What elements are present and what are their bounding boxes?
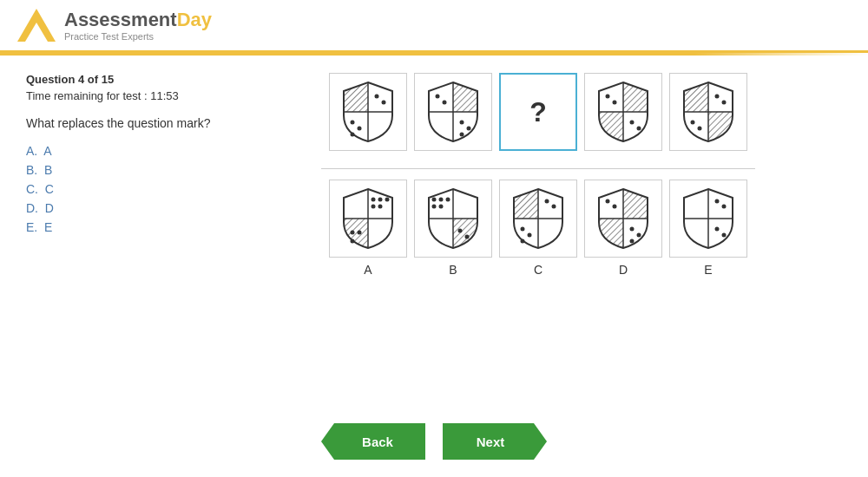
question-text: What replaces the question mark?	[26, 116, 217, 130]
svg-point-26	[637, 127, 641, 131]
answer-box-c[interactable]: C	[499, 180, 577, 277]
answer-row: A	[329, 180, 747, 277]
sequence-item-3-question: ?	[499, 73, 577, 151]
svg-point-82	[715, 227, 720, 232]
svg-point-46	[358, 231, 362, 235]
sequence-item-5	[669, 73, 747, 151]
answer-label-d: D	[619, 263, 628, 277]
svg-point-41	[378, 198, 383, 202]
svg-point-80	[715, 199, 720, 204]
header: AssessmentDay Practice Test Experts	[0, 0, 868, 53]
logo-title-colored: Day	[177, 9, 212, 30]
logo-icon	[17, 9, 56, 42]
option-b[interactable]: B. B	[26, 163, 217, 177]
svg-point-43	[372, 205, 376, 209]
svg-point-8	[382, 101, 386, 105]
svg-point-45	[351, 231, 355, 235]
back-button[interactable]: Back	[321, 423, 425, 460]
svg-point-47	[351, 239, 355, 244]
svg-point-21	[606, 95, 610, 99]
svg-point-83	[722, 233, 727, 238]
svg-point-6	[351, 133, 355, 137]
answer-label-b: B	[449, 263, 457, 277]
svg-point-17	[443, 101, 447, 105]
logo-subtitle: Practice Test Experts	[64, 31, 212, 42]
answer-options-list: A. A B. B C. C D. D E. E	[26, 144, 217, 234]
svg-point-25	[630, 121, 635, 125]
answer-label-c: C	[534, 263, 542, 277]
logo-text: AssessmentDay Practice Test Experts	[64, 9, 212, 42]
svg-point-7	[375, 95, 379, 99]
svg-point-33	[722, 101, 727, 105]
svg-point-4	[351, 121, 355, 125]
sequence-item-4	[584, 73, 662, 151]
svg-point-77	[630, 239, 635, 244]
bottom-bar: Back Next	[0, 423, 868, 460]
svg-point-32	[715, 95, 720, 99]
logo-title-plain: Assessment	[64, 9, 177, 30]
left-panel: Question 4 of 15 Time remaining for test…	[26, 73, 217, 277]
svg-point-42	[385, 198, 390, 202]
svg-point-40	[372, 198, 376, 202]
next-button[interactable]: Next	[443, 423, 547, 460]
svg-point-34	[691, 121, 695, 125]
answer-box-b[interactable]: B	[414, 180, 492, 277]
svg-point-14	[467, 127, 471, 131]
svg-point-56	[439, 205, 444, 209]
question-mark: ?	[529, 96, 547, 128]
answer-box-e[interactable]: E	[669, 180, 747, 277]
right-panel: ?	[234, 73, 842, 277]
sequence-item-2	[414, 73, 492, 151]
svg-point-57	[458, 229, 463, 233]
svg-point-53	[439, 198, 444, 202]
svg-point-74	[613, 205, 617, 209]
svg-point-16	[436, 95, 440, 99]
svg-point-22	[613, 101, 617, 105]
svg-point-58	[465, 235, 470, 239]
svg-point-55	[432, 205, 437, 209]
svg-point-63	[545, 199, 549, 204]
svg-point-75	[630, 227, 635, 232]
option-a[interactable]: A. A	[26, 144, 217, 158]
svg-point-15	[460, 133, 464, 137]
main-content: Question 4 of 15 Time remaining for test…	[0, 56, 868, 294]
sequence-item-1	[329, 73, 407, 151]
svg-point-54	[446, 198, 450, 202]
sequence-row: ?	[329, 73, 747, 151]
svg-point-64	[552, 205, 556, 209]
answer-label-e: E	[704, 263, 712, 277]
question-number: Question 4 of 15	[26, 73, 217, 86]
svg-point-67	[521, 239, 525, 244]
answer-box-d[interactable]: D	[584, 180, 662, 277]
logo-title: AssessmentDay	[64, 9, 212, 31]
time-remaining: Time remaining for test : 11:53	[26, 89, 217, 102]
svg-point-52	[432, 198, 437, 202]
option-d[interactable]: D. D	[26, 201, 217, 215]
answer-label-a: A	[364, 263, 372, 277]
svg-point-81	[722, 205, 727, 209]
svg-point-13	[460, 121, 464, 125]
svg-point-66	[528, 233, 532, 238]
svg-point-65	[521, 227, 525, 232]
option-e[interactable]: E. E	[26, 220, 217, 234]
answer-box-a[interactable]: A	[329, 180, 407, 277]
svg-point-35	[698, 127, 702, 131]
svg-point-44	[378, 205, 383, 209]
svg-point-5	[358, 127, 362, 131]
svg-point-73	[606, 199, 610, 204]
section-divider	[321, 168, 755, 169]
svg-point-76	[637, 233, 641, 238]
option-c[interactable]: C. C	[26, 182, 217, 196]
